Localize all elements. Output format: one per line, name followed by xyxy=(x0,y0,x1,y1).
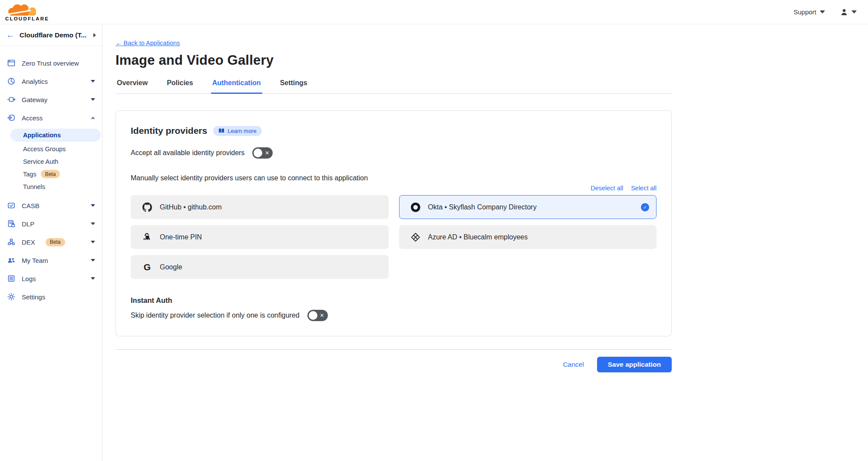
tab-bar: Overview Policies Authentication Setting… xyxy=(116,79,672,94)
access-login-icon xyxy=(7,113,16,122)
okta-icon xyxy=(411,202,420,212)
sidebar-item-casb[interactable]: CASB xyxy=(0,196,102,215)
back-arrow-icon[interactable]: ← xyxy=(6,31,14,39)
google-icon: G xyxy=(142,262,152,272)
deselect-all-link[interactable]: Deselect all xyxy=(591,185,623,192)
sidebar-item-applications[interactable]: Applications xyxy=(10,129,101,142)
sidebar-item-gateway[interactable]: Gateway xyxy=(0,90,102,109)
github-icon xyxy=(142,202,152,212)
idp-name: Google xyxy=(160,263,182,271)
select-all-link[interactable]: Select all xyxy=(631,185,657,192)
browser-window-icon xyxy=(7,59,16,67)
document-lock-icon xyxy=(7,219,16,228)
gateway-icon xyxy=(7,95,16,104)
instant-auth-label: Skip identity provider selection if only… xyxy=(131,312,300,319)
manual-select-label: Manually select identity providers users… xyxy=(131,174,657,182)
gear-icon xyxy=(7,292,16,301)
chevron-down-icon xyxy=(91,222,95,225)
azure-ad-icon xyxy=(411,232,420,242)
idp-tile-one-time-pin[interactable]: **** One-time PIN xyxy=(131,225,389,249)
accept-all-toggle[interactable]: ✕ xyxy=(252,147,273,159)
sidebar-item-dlp[interactable]: DLP xyxy=(0,215,102,233)
beta-badge: Beta xyxy=(46,238,65,246)
chevron-down-icon xyxy=(91,259,95,262)
sidebar-item-label: Applications xyxy=(23,132,61,139)
sidebar-nav: Zero Trust overview Analytics Gateway xyxy=(0,46,102,306)
idp-tile-okta[interactable]: Okta • Skyflash Company Directory ✓ xyxy=(399,195,657,219)
sidebar-item-label: Tags xyxy=(23,171,36,178)
idp-tile-azure-ad[interactable]: Azure AD • Bluecalm employees xyxy=(399,225,657,249)
page-title: Image and Video Gallery xyxy=(116,53,672,68)
idp-tile-github[interactable]: GitHub • github.com xyxy=(131,195,389,219)
sidebar-item-zero-trust-overview[interactable]: Zero Trust overview xyxy=(0,54,102,72)
cloudflare-cloud-icon xyxy=(6,3,49,16)
learn-more-badge[interactable]: Learn more xyxy=(213,126,261,136)
support-label: Support xyxy=(793,8,816,16)
chevron-down-icon xyxy=(851,10,857,13)
sidebar-item-service-auth[interactable]: Service Auth xyxy=(0,155,102,168)
tab-overview[interactable]: Overview xyxy=(116,79,149,94)
sidebar-item-label: Zero Trust overview xyxy=(22,60,79,67)
tab-policies[interactable]: Policies xyxy=(165,79,194,94)
chevron-down-icon xyxy=(820,10,825,13)
learn-more-label: Learn more xyxy=(228,128,256,134)
sidebar-item-label: Access xyxy=(22,114,43,122)
card-title: Identity providers xyxy=(131,126,207,136)
team-people-icon xyxy=(7,256,16,265)
sidebar-item-my-team[interactable]: My Team xyxy=(0,251,102,269)
sidebar-item-label: DEX xyxy=(22,239,35,246)
chevron-up-icon xyxy=(91,116,95,119)
sidebar-item-access[interactable]: Access xyxy=(0,109,102,127)
back-to-applications-link[interactable]: ← Back to Applications xyxy=(116,40,180,46)
svg-text:****: **** xyxy=(143,237,150,242)
toggle-off-x-icon: ✕ xyxy=(265,150,269,156)
sidebar-item-label: Service Auth xyxy=(23,158,58,165)
user-icon xyxy=(840,8,848,17)
sidebar-item-access-groups[interactable]: Access Groups xyxy=(0,143,102,155)
instant-auth-toggle[interactable]: ✕ xyxy=(307,310,328,321)
idp-name: Azure AD • Bluecalm employees xyxy=(428,233,528,241)
identity-provider-grid: GitHub • github.com Okta • Skyflash Comp… xyxy=(131,195,657,279)
chevron-down-icon xyxy=(91,241,95,243)
idp-tile-google[interactable]: G Google xyxy=(131,255,389,279)
main-content: ← Back to Applications Image and Video G… xyxy=(102,24,868,461)
sidebar-item-analytics[interactable]: Analytics xyxy=(0,72,102,90)
toggle-off-x-icon: ✕ xyxy=(320,313,324,318)
sidebar-item-tunnels[interactable]: Tunnels xyxy=(0,180,102,193)
account-name: Cloudflare Demo (T... xyxy=(20,31,88,39)
chevron-down-icon xyxy=(91,204,95,207)
sidebar-item-label: CASB xyxy=(22,202,40,209)
sidebar-item-logs[interactable]: Logs xyxy=(0,269,102,288)
tab-settings[interactable]: Settings xyxy=(279,79,309,94)
user-account-menu[interactable] xyxy=(840,8,857,17)
sidebar-item-label: Settings xyxy=(22,293,45,301)
sidebar-account-header: ← Cloudflare Demo (T... xyxy=(0,24,102,46)
cloudflare-wordmark: CLOUDFLARE xyxy=(5,17,49,22)
save-application-button[interactable]: Save application xyxy=(597,357,672,372)
dex-network-icon xyxy=(7,238,16,246)
sidebar-item-label: Analytics xyxy=(22,78,48,85)
toggle-knob xyxy=(254,149,262,157)
casb-cloud-check-icon xyxy=(7,201,16,210)
top-bar: CLOUDFLARE Support xyxy=(0,0,868,24)
selected-check-icon: ✓ xyxy=(641,203,649,211)
sidebar-item-tags[interactable]: Tags Beta xyxy=(0,168,102,180)
cloudflare-logo: CLOUDFLARE xyxy=(5,2,49,22)
chevron-down-icon xyxy=(91,80,95,83)
support-menu[interactable]: Support xyxy=(793,8,825,16)
book-icon xyxy=(218,128,224,133)
tab-authentication[interactable]: Authentication xyxy=(211,79,262,94)
sidebar-item-dex[interactable]: DEX Beta xyxy=(0,233,102,251)
sidebar-item-settings[interactable]: Settings xyxy=(0,288,102,306)
sidebar-item-label: Gateway xyxy=(22,96,47,103)
beta-badge: Beta xyxy=(41,170,60,178)
sidebar-item-label: DLP xyxy=(22,220,34,228)
sidebar: ← Cloudflare Demo (T... Zero Trust overv… xyxy=(0,24,102,461)
sidebar-item-label: Tunnels xyxy=(23,183,45,190)
chevron-right-icon[interactable] xyxy=(93,33,96,37)
cancel-button[interactable]: Cancel xyxy=(563,361,584,368)
accept-all-label: Accept all available identity providers xyxy=(131,149,244,157)
sidebar-item-label: My Team xyxy=(22,257,48,264)
instant-auth-heading: Instant Auth xyxy=(131,296,657,305)
idp-name: GitHub • github.com xyxy=(160,203,222,211)
